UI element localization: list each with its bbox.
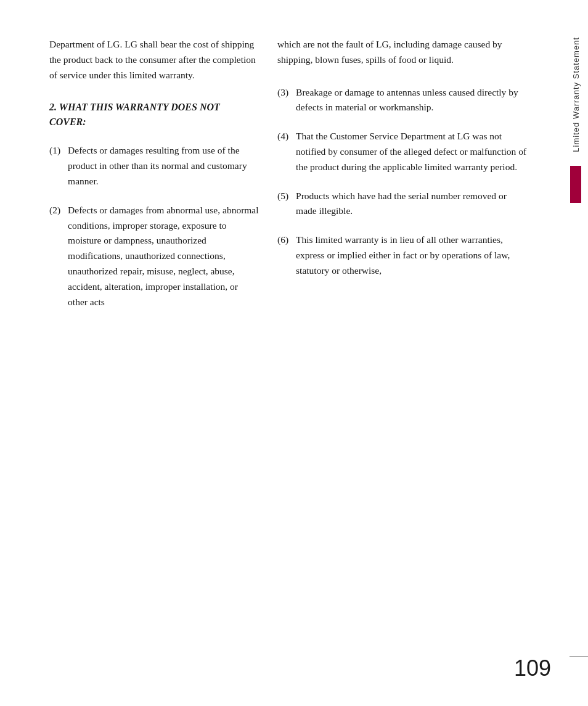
sidebar-label: Limited Warranty Statement [571, 37, 581, 152]
sidebar-accent-bar [570, 166, 581, 203]
list-item-3: (3) Breakage or damage to antennas unles… [277, 85, 529, 116]
list-number-6: (6) [277, 232, 288, 248]
two-column-layout: Department of LG. LG shall bear the cost… [49, 37, 529, 669]
page-number: 109 [514, 655, 551, 681]
list-number-3: (3) [277, 85, 288, 101]
section-heading: 2. WHAT THIS WARRANTY DOES NOT COVER: [49, 100, 259, 129]
intro-paragraph: Department of LG. LG shall bear the cost… [49, 37, 259, 83]
main-content: Department of LG. LG shall bear the cost… [0, 0, 554, 706]
list-text-2: Defects or damages from abnormal use, ab… [68, 203, 259, 310]
list-item-2: (2) Defects or damages from abnormal use… [49, 203, 259, 310]
list-item-5: (5) Products which have had the serial n… [277, 189, 529, 220]
list-number-2: (2) [49, 203, 60, 218]
list-item-6: (6) This limited warranty is in lieu of … [277, 232, 529, 278]
list-text-3: Breakage or damage to antennas unless ca… [296, 85, 529, 116]
list-text-5: Products which have had the serial numbe… [296, 189, 529, 220]
left-column: Department of LG. LG shall bear the cost… [49, 37, 259, 669]
page-container: Department of LG. LG shall bear the cost… [0, 0, 588, 706]
list-text-1: Defects or damages resulting from use of… [68, 143, 259, 189]
list-number-5: (5) [277, 189, 288, 204]
sidebar-line [570, 656, 588, 657]
list-text-6: This limited warranty is in lieu of all … [296, 232, 529, 278]
list-item-1: (1) Defects or damages resulting from us… [49, 143, 259, 189]
list-number-4: (4) [277, 129, 288, 144]
list-text-4: That the Customer Service Department at … [296, 129, 529, 174]
sidebar: Limited Warranty Statement [554, 0, 588, 706]
list-item-4: (4) That the Customer Service Department… [277, 129, 529, 174]
list-number-1: (1) [49, 143, 60, 158]
right-intro-paragraph: which are not the fault of LG, including… [277, 37, 529, 68]
sidebar-text-wrapper: Limited Warranty Statement [563, 0, 588, 706]
right-column: which are not the fault of LG, including… [277, 37, 529, 669]
